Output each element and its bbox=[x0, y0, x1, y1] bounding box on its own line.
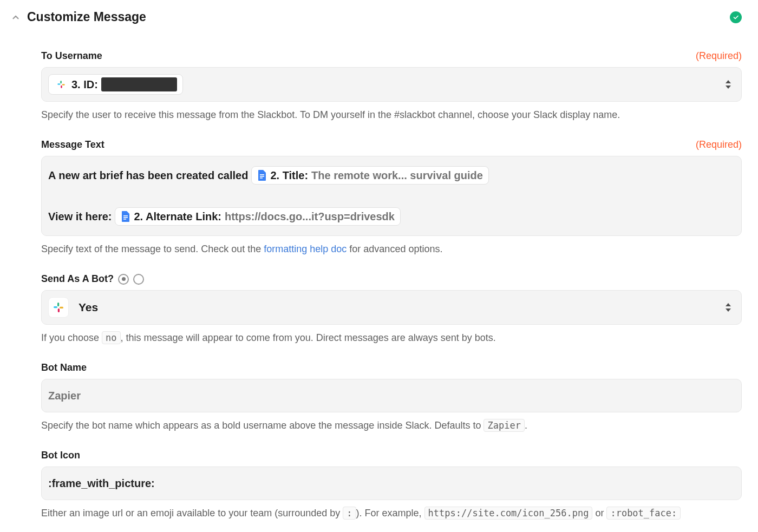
bot-name-input[interactable] bbox=[48, 386, 713, 405]
svg-rect-4 bbox=[260, 174, 264, 175]
field-help: Either an image url or an emoji availabl… bbox=[41, 508, 742, 519]
svg-rect-7 bbox=[123, 215, 128, 216]
message-text-input[interactable]: A new art brief has been created called … bbox=[41, 156, 742, 236]
bot-icon-input[interactable] bbox=[48, 474, 713, 493]
to-username-select[interactable]: 3. ID: bbox=[41, 67, 742, 102]
field-to-username: To Username (Required) 3. ID: bbox=[41, 50, 742, 121]
google-doc-icon bbox=[257, 169, 267, 181]
field-label: Bot Name bbox=[41, 362, 87, 373]
svg-rect-13 bbox=[58, 308, 60, 312]
svg-rect-10 bbox=[54, 306, 57, 308]
section-title: Customize Message bbox=[27, 10, 146, 24]
bot-icon-input-wrapper[interactable] bbox=[41, 467, 742, 500]
sort-icon[interactable] bbox=[725, 80, 731, 89]
svg-rect-1 bbox=[60, 81, 62, 83]
slack-icon bbox=[48, 297, 69, 318]
svg-rect-3 bbox=[61, 86, 62, 88]
pill-prefix: 3. ID: bbox=[71, 78, 98, 91]
slack-icon bbox=[54, 77, 68, 91]
to-username-pill[interactable]: 3. ID: bbox=[48, 74, 183, 95]
svg-rect-8 bbox=[123, 217, 128, 218]
field-bot-icon: Bot Icon Either an image url or an emoji… bbox=[41, 450, 742, 519]
formatting-help-link[interactable]: formatting help doc bbox=[264, 244, 347, 254]
svg-rect-0 bbox=[57, 83, 60, 85]
field-label: Send As A Bot? bbox=[41, 273, 114, 285]
field-help: Specify the user to receive this message… bbox=[41, 109, 742, 121]
pill-value: https://docs.go...it?usp=drivesdk bbox=[225, 211, 395, 222]
message-line2-text: View it here: bbox=[48, 211, 112, 222]
field-help: Specify text of the message to send. Che… bbox=[41, 244, 742, 255]
pill-value: The remote work... survival guide bbox=[311, 170, 483, 181]
field-message-text: Message Text (Required) A new art brief … bbox=[41, 139, 742, 255]
send-as-bot-radiogroup[interactable] bbox=[118, 274, 144, 285]
svg-rect-11 bbox=[57, 303, 59, 306]
field-send-as-bot: Send As A Bot? Yes bbox=[41, 273, 742, 344]
field-label: Bot Icon bbox=[41, 450, 80, 461]
bot-name-input-wrapper[interactable] bbox=[41, 379, 742, 412]
google-doc-icon bbox=[121, 211, 130, 222]
radio-no[interactable] bbox=[133, 274, 144, 285]
required-tag: (Required) bbox=[696, 139, 742, 150]
svg-rect-12 bbox=[60, 307, 63, 308]
field-bot-name: Bot Name Specify the bot name which appe… bbox=[41, 362, 742, 431]
select-value: Yes bbox=[79, 301, 98, 314]
sort-icon[interactable] bbox=[725, 303, 731, 312]
send-as-bot-select[interactable]: Yes bbox=[41, 290, 742, 325]
radio-yes[interactable] bbox=[118, 274, 129, 285]
required-tag: (Required) bbox=[696, 50, 742, 62]
message-line1-text: A new art brief has been created called bbox=[48, 170, 248, 181]
field-label: To Username bbox=[41, 50, 102, 62]
pill-label: 2. Alternate Link: bbox=[134, 211, 221, 222]
field-help: Specify the bot name which appears as a … bbox=[41, 420, 742, 431]
svg-rect-6 bbox=[260, 178, 263, 179]
link-token-pill[interactable]: 2. Alternate Link: https://docs.go...it?… bbox=[115, 207, 400, 226]
svg-rect-5 bbox=[260, 176, 264, 177]
section-header: Customize Message bbox=[10, 10, 742, 24]
status-success-icon bbox=[730, 11, 742, 23]
svg-rect-9 bbox=[123, 219, 126, 220]
field-label: Message Text bbox=[41, 139, 104, 150]
pill-label: 2. Title: bbox=[270, 170, 308, 181]
chevron-up-icon[interactable] bbox=[10, 11, 22, 23]
field-help: If you choose no, this message will appe… bbox=[41, 332, 742, 344]
svg-rect-2 bbox=[62, 84, 65, 86]
title-token-pill[interactable]: 2. Title: The remote work... survival gu… bbox=[251, 166, 488, 185]
redacted-value bbox=[101, 77, 177, 91]
